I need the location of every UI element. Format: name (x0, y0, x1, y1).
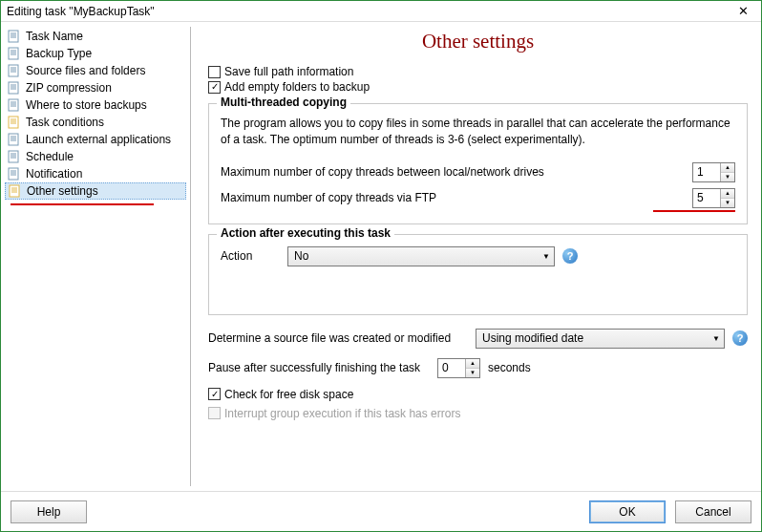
page-icon (9, 184, 22, 198)
chevron-down-icon: ▼ (542, 252, 550, 261)
annotation-underline-icon (653, 210, 735, 212)
action-label: Action (221, 249, 287, 263)
page-icon (8, 150, 21, 163)
local-threads-label: Maximum number of copy threads between l… (221, 165, 692, 179)
add-empty-folders-label: Add empty folders to backup (224, 80, 370, 94)
save-full-path-checkbox[interactable] (208, 66, 221, 78)
page-icon (8, 116, 21, 129)
svg-rect-20 (9, 117, 18, 128)
multithread-fieldset: Multi-threaded copying The program allow… (208, 103, 748, 224)
ftp-threads-row: Maximum number of copy threads via FTP ▲… (221, 188, 735, 208)
sidebar: Task Name Backup Type Source files and f… (1, 22, 190, 491)
local-threads-stepper[interactable]: ▲ ▼ (692, 162, 735, 182)
ftp-threads-stepper[interactable]: ▲ ▼ (692, 188, 735, 208)
sidebar-item-backup-type[interactable]: Backup Type (5, 45, 186, 62)
action-after-legend: Action after executing this task (217, 226, 394, 240)
svg-rect-12 (9, 82, 18, 94)
svg-rect-36 (10, 185, 19, 197)
page-icon (8, 47, 21, 60)
pause-input[interactable] (438, 359, 465, 377)
spinner-down-icon[interactable]: ▼ (466, 369, 479, 377)
page-icon (8, 167, 21, 181)
window-frame: Editing task "MyBackupTask" ✕ Task Name … (0, 0, 762, 532)
add-empty-folders-checkbox[interactable] (208, 81, 221, 94)
svg-rect-0 (9, 31, 18, 42)
spinner-buttons: ▲ ▼ (720, 163, 734, 181)
action-after-fieldset: Action after executing this task Action … (208, 234, 748, 315)
pause-label: Pause after successfully finishing the t… (208, 361, 437, 374)
spinner-buttons: ▲ ▼ (720, 189, 734, 207)
save-full-path-row: Save full path information (208, 65, 748, 78)
sidebar-item-label: Where to store backups (26, 98, 147, 112)
ok-button[interactable]: OK (589, 500, 666, 523)
action-select-value: No (294, 249, 308, 263)
spinner-up-icon[interactable]: ▲ (721, 163, 734, 173)
spinner-buttons: ▲ ▼ (465, 359, 479, 377)
svg-rect-4 (9, 48, 18, 59)
close-button[interactable]: ✕ (725, 1, 761, 22)
sidebar-item-launch-apps[interactable]: Launch external applications (5, 131, 186, 148)
check-free-space-label: Check for free disk space (224, 388, 353, 401)
spinner-down-icon[interactable]: ▼ (721, 199, 734, 207)
sidebar-item-label: Task Name (26, 30, 83, 43)
spinner-up-icon[interactable]: ▲ (721, 189, 734, 199)
sidebar-item-conditions[interactable]: Task conditions (5, 114, 186, 131)
titlebar: Editing task "MyBackupTask" ✕ (1, 1, 761, 22)
action-select[interactable]: No ▼ (287, 246, 555, 266)
sidebar-item-label: ZIP compression (26, 81, 112, 95)
multithread-description: The program allows you to copy files in … (221, 116, 735, 149)
sidebar-item-source-files[interactable]: Source files and folders (5, 62, 186, 79)
svg-rect-16 (9, 99, 18, 111)
page-icon (8, 30, 21, 43)
page-icon (8, 98, 21, 112)
local-threads-input[interactable] (693, 163, 720, 181)
local-threads-row: Maximum number of copy threads between l… (221, 162, 735, 182)
svg-rect-32 (9, 168, 18, 180)
sidebar-item-schedule[interactable]: Schedule (5, 148, 186, 165)
check-free-space-row: Check for free disk space (208, 388, 748, 401)
interrupt-row: Interrupt group execution if this task h… (208, 407, 748, 420)
sidebar-item-label: Source files and folders (26, 64, 145, 77)
main-panel: Other settings Save full path informatio… (191, 22, 761, 491)
determine-row: Determine a source file was created or m… (208, 329, 748, 349)
spinner-up-icon[interactable]: ▲ (466, 359, 479, 369)
spinner-down-icon[interactable]: ▼ (721, 173, 734, 181)
window-title: Editing task "MyBackupTask" (7, 5, 155, 18)
page-title: Other settings (208, 30, 748, 53)
determine-select[interactable]: Using modified date ▼ (476, 329, 725, 349)
sidebar-item-label: Notification (26, 167, 82, 181)
determine-select-value: Using modified date (482, 331, 583, 345)
check-free-space-checkbox[interactable] (208, 388, 221, 400)
svg-rect-28 (9, 151, 18, 162)
pause-stepper[interactable]: ▲ ▼ (437, 358, 480, 378)
sidebar-item-label: Backup Type (26, 47, 92, 60)
sidebar-item-where-store[interactable]: Where to store backups (5, 96, 186, 114)
help-icon[interactable]: ? (732, 330, 748, 346)
body-area: Task Name Backup Type Source files and f… (1, 22, 761, 491)
action-row: Action No ▼ ? (221, 246, 735, 266)
pause-unit-label: seconds (488, 361, 531, 374)
sidebar-item-zip[interactable]: ZIP compression (5, 79, 186, 96)
ftp-threads-input[interactable] (693, 189, 720, 207)
page-icon (8, 81, 21, 95)
page-icon (8, 133, 21, 146)
sidebar-item-task-name[interactable]: Task Name (5, 28, 186, 45)
interrupt-label: Interrupt group execution if this task h… (224, 407, 460, 420)
cancel-button[interactable]: Cancel (675, 500, 751, 523)
sidebar-item-label: Schedule (26, 150, 74, 163)
sidebar-item-other-settings[interactable]: Other settings (5, 182, 186, 200)
help-button[interactable]: Help (11, 500, 87, 523)
close-icon: ✕ (738, 4, 749, 18)
add-empty-folders-row: Add empty folders to backup (208, 80, 748, 94)
footer: Help OK Cancel (1, 491, 761, 531)
sidebar-item-label: Task conditions (26, 116, 104, 129)
sidebar-item-notification[interactable]: Notification (5, 165, 186, 182)
pause-row: Pause after successfully finishing the t… (208, 358, 748, 378)
chevron-down-icon: ▼ (712, 334, 720, 343)
svg-rect-8 (9, 65, 18, 76)
ftp-threads-label: Maximum number of copy threads via FTP (221, 191, 692, 204)
determine-label: Determine a source file was created or m… (208, 331, 476, 345)
help-icon[interactable]: ? (562, 248, 578, 264)
save-full-path-label: Save full path information (224, 65, 353, 78)
page-icon (8, 64, 21, 77)
